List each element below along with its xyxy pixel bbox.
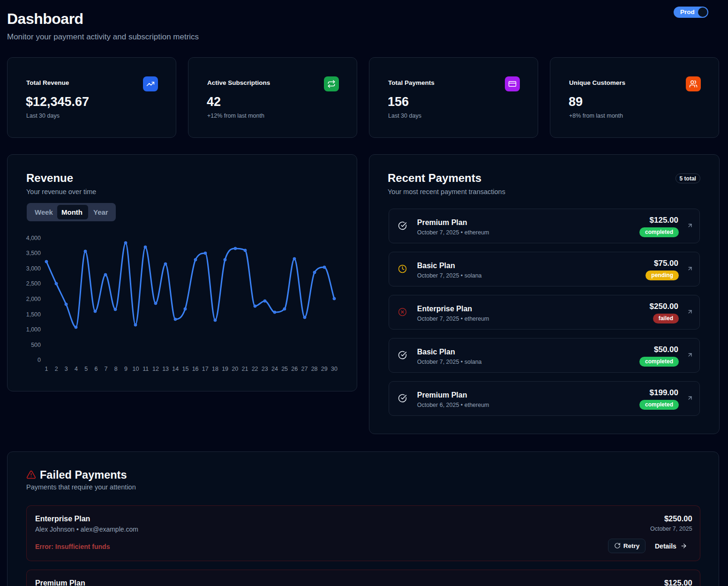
svg-text:23: 23 bbox=[262, 366, 268, 372]
svg-text:1: 1 bbox=[45, 366, 48, 372]
svg-text:29: 29 bbox=[321, 366, 328, 372]
svg-text:4: 4 bbox=[75, 366, 78, 372]
svg-text:14: 14 bbox=[172, 366, 179, 372]
svg-text:2: 2 bbox=[55, 366, 58, 372]
svg-text:7: 7 bbox=[105, 366, 108, 372]
svg-text:11: 11 bbox=[143, 366, 149, 372]
svg-text:25: 25 bbox=[281, 366, 288, 372]
svg-text:19: 19 bbox=[222, 366, 228, 372]
svg-text:1,000: 1,000 bbox=[26, 326, 41, 333]
svg-text:6: 6 bbox=[94, 366, 98, 372]
svg-text:20: 20 bbox=[232, 366, 238, 372]
svg-text:500: 500 bbox=[31, 342, 41, 348]
svg-text:18: 18 bbox=[212, 366, 218, 372]
svg-text:26: 26 bbox=[291, 366, 298, 372]
svg-text:30: 30 bbox=[331, 366, 338, 372]
svg-text:9: 9 bbox=[124, 366, 128, 372]
svg-text:0: 0 bbox=[38, 357, 41, 363]
svg-text:10: 10 bbox=[133, 366, 139, 372]
svg-text:1,500: 1,500 bbox=[26, 311, 41, 318]
svg-text:28: 28 bbox=[311, 366, 318, 372]
svg-text:2,000: 2,000 bbox=[26, 296, 41, 302]
svg-text:21: 21 bbox=[241, 366, 248, 372]
svg-text:27: 27 bbox=[301, 366, 308, 372]
svg-text:24: 24 bbox=[271, 366, 278, 372]
svg-text:5: 5 bbox=[84, 366, 88, 372]
svg-text:4,000: 4,000 bbox=[26, 235, 41, 241]
svg-text:22: 22 bbox=[252, 366, 258, 372]
svg-text:3: 3 bbox=[65, 366, 68, 372]
svg-text:3,000: 3,000 bbox=[26, 265, 41, 272]
svg-text:12: 12 bbox=[152, 366, 159, 372]
svg-text:2,500: 2,500 bbox=[26, 280, 41, 287]
svg-text:3,500: 3,500 bbox=[26, 250, 41, 256]
svg-text:8: 8 bbox=[114, 366, 118, 372]
svg-text:15: 15 bbox=[182, 366, 188, 372]
svg-text:16: 16 bbox=[192, 366, 199, 372]
svg-text:17: 17 bbox=[202, 366, 209, 372]
svg-text:13: 13 bbox=[162, 366, 169, 372]
